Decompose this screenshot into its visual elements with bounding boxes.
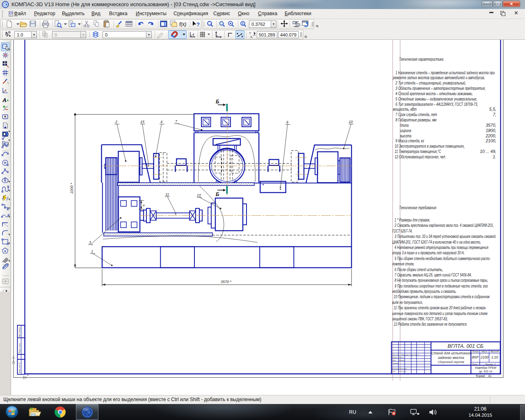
svg-text:a: a <box>143 203 145 207</box>
svg-text:6: 6 <box>286 120 288 124</box>
svg-text:Б: Б <box>216 99 219 105</box>
svg-text:Взам. инв. N: Взам. инв. N <box>18 363 21 373</box>
svg-text:Инв. N подл.: Инв. N подл. <box>18 326 21 337</box>
svg-text:Y: Y <box>249 31 251 35</box>
svg-text:A: A <box>2 97 6 103</box>
svg-text:3: 3 <box>89 240 91 244</box>
svg-text:11: 11 <box>165 192 169 196</box>
svg-text:4: 4 <box>160 120 162 124</box>
svg-text:?: ? <box>196 21 200 27</box>
svg-text:1: 1 <box>193 34 194 37</box>
svg-text:22: 22 <box>196 193 201 197</box>
svg-text:2200 *: 2200 * <box>70 183 74 194</box>
svg-text:f(x): f(x) <box>179 21 186 27</box>
svg-text:15: 15 <box>140 120 145 124</box>
svg-text:2: 2 <box>115 120 117 124</box>
svg-text:3570 *: 3570 * <box>221 280 232 284</box>
svg-text:Б: Б <box>216 192 219 197</box>
svg-text:Подп. и дата: Подп. и дата <box>18 343 21 353</box>
svg-text:1: 1 <box>91 249 93 253</box>
svg-text:X: X <box>250 35 253 39</box>
svg-text:10: 10 <box>349 120 353 124</box>
svg-text:7: 7 <box>175 119 178 123</box>
